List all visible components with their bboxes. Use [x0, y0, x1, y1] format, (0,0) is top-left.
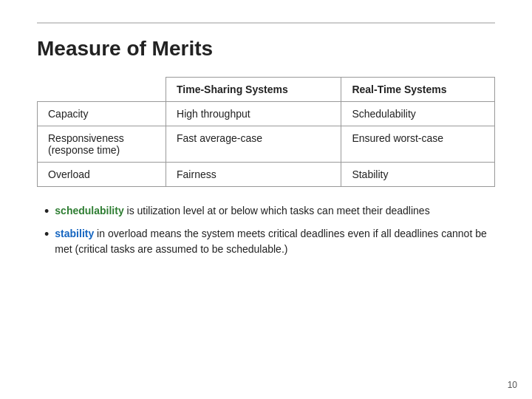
- row-ts-responsiveness: Fast average-case: [166, 126, 341, 163]
- page-title: Measure of Merits: [37, 37, 495, 61]
- bullet-text-1-body: is utilization level at or below which t…: [127, 205, 430, 216]
- row-rt-responsiveness: Ensured worst-case: [341, 126, 495, 163]
- page-number: 10: [508, 380, 517, 390]
- merits-table: Time-Sharing Systems Real-Time Systems C…: [37, 77, 495, 187]
- bullet-text-2-body: in overload means the system meets criti…: [55, 228, 486, 255]
- col-header-timesharing: Time-Sharing Systems: [166, 78, 341, 102]
- row-ts-overload: Fairness: [166, 163, 341, 187]
- table-row: Responsiveness(response time) Fast avera…: [38, 126, 495, 163]
- row-label-overload: Overload: [38, 163, 166, 187]
- bullet-text-1: schedulability is utilization level at o…: [55, 203, 429, 219]
- col-header-empty: [38, 78, 166, 102]
- top-divider: [37, 22, 495, 24]
- table-row: Capacity High throughput Schedulability: [38, 102, 495, 126]
- bullet-item-2: • stability in overload means the system…: [44, 226, 495, 257]
- table-row: Overload Fairness Stability: [38, 163, 495, 187]
- slide-container: Measure of Merits Time-Sharing Systems R…: [0, 0, 532, 399]
- bullet-text-2: stability in overload means the system m…: [55, 226, 495, 257]
- col-header-realtime: Real-Time Systems: [341, 78, 495, 102]
- table-header-row: Time-Sharing Systems Real-Time Systems: [38, 78, 495, 102]
- bullet-item-1: • schedulability is utilization level at…: [44, 203, 495, 222]
- row-rt-overload: Stability: [341, 163, 495, 187]
- row-label-responsiveness: Responsiveness(response time): [38, 126, 166, 163]
- bullet-dot-1: •: [44, 202, 49, 222]
- bullet-dot-2: •: [44, 225, 49, 245]
- row-label-capacity: Capacity: [38, 102, 166, 126]
- bullet-section: • schedulability is utilization level at…: [37, 203, 495, 262]
- row-rt-capacity: Schedulability: [341, 102, 495, 126]
- highlight-schedulability: schedulability: [55, 205, 123, 216]
- highlight-stability: stability: [55, 228, 94, 239]
- row-ts-capacity: High throughput: [166, 102, 341, 126]
